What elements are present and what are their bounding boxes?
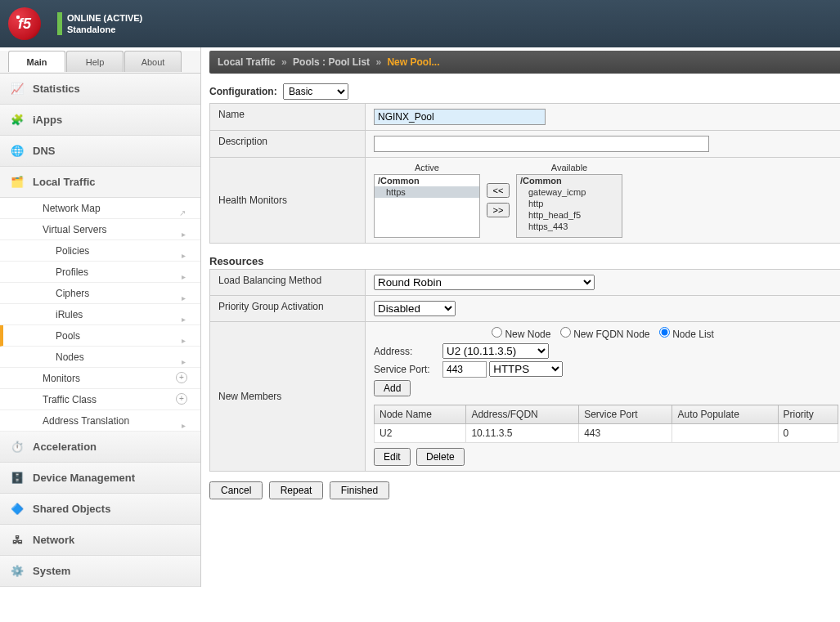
address-select[interactable]: U2 (10.11.3.5) [442,343,549,359]
active-monitors-list[interactable]: /Common https [374,174,480,238]
service-port-input[interactable] [442,361,487,378]
subnav-label: Traffic Class [43,394,97,405]
repeat-button[interactable]: Repeat [269,481,324,499]
list-group: /Common [517,175,622,186]
nav-statistics[interactable]: 📈Statistics [0,74,200,105]
new-node-radio[interactable] [492,327,502,338]
radio-label: New FQDN Node [573,329,649,340]
list-item[interactable]: https [375,186,479,198]
subnav-label: Monitors [43,373,80,384]
list-item[interactable]: http [517,198,622,209]
nav-iapps[interactable]: 🧩iApps [0,105,200,136]
description-label: Description [210,131,366,158]
health-monitors-label: Health Monitors [210,158,366,244]
nav-device-management[interactable]: 🗄️Device Management [0,463,200,494]
cell: 0 [778,424,838,443]
nav-acceleration-label: Acceleration [33,441,97,453]
subnav-nodes[interactable]: Nodes▸ [0,347,200,368]
resources-table: Load Balancing Method Round Robin Priori… [209,269,840,472]
nav-shared-objects[interactable]: 🔷Shared Objects [0,494,200,525]
breadcrumb-current: New Pool... [387,56,439,68]
cell: 10.11.3.5 [466,424,579,443]
table-row[interactable]: U2 10.11.3.5 443 0 [375,424,838,443]
plus-icon[interactable]: + [176,393,187,405]
nav-dns[interactable]: 🌐DNS [0,136,200,167]
move-right-button[interactable]: >> [487,203,510,217]
radio-label: Node List [672,329,714,340]
resources-header: Resources [209,255,840,267]
nav-system[interactable]: ⚙️System [0,556,200,587]
subnav-label: Nodes [56,351,84,363]
subnav-label: Pools [56,330,80,342]
nav-local-traffic[interactable]: 🗂️Local Traffic [0,167,200,198]
breadcrumb-part[interactable]: Pools : Pool List [293,56,370,68]
configuration-select[interactable]: Basic [283,83,348,100]
status-mode: Standalone [67,25,115,34]
subnav-label: Network Map [43,203,101,214]
list-item[interactable]: https_443 [517,221,622,232]
subnav-label: iRules [56,309,83,320]
health-monitor-mover: Active /Common https << >> [374,163,838,238]
subnav-network-map[interactable]: Network Map↗ [0,198,200,219]
nav-network[interactable]: 🖧Network [0,525,200,556]
chevron-right-icon: ▸ [182,415,186,436]
finished-button[interactable]: Finished [330,481,389,499]
description-input[interactable] [374,136,709,152]
list-item[interactable]: http_head_f5 [517,209,622,221]
service-port-label: Service Port: [374,364,442,375]
subnav-policies[interactable]: Policies▸ [0,240,200,262]
breadcrumb-sep: » [281,56,287,68]
move-left-button[interactable]: << [487,183,510,198]
available-monitors-list[interactable]: /Common gateway_icmp http http_head_f5 h… [516,174,622,238]
add-button[interactable]: Add [374,380,411,396]
subnav-profiles[interactable]: Profiles▸ [0,262,200,283]
status-indicator [57,12,62,24]
name-input[interactable] [374,109,546,125]
new-fqdn-node-radio[interactable] [560,327,571,338]
nav-acceleration[interactable]: ⏱️Acceleration [0,432,200,463]
f5-logo: f5 [8,7,41,40]
subnav-irules[interactable]: iRules▸ [0,304,200,325]
cell: U2 [375,424,466,443]
local-traffic-submenu: Network Map↗ Virtual Servers▸ Policies▸ … [0,198,200,432]
subnav-ciphers[interactable]: Ciphers▸ [0,283,200,304]
plus-icon[interactable]: + [176,372,187,383]
nav-system-label: System [33,565,70,577]
apps-icon: 🧩 [8,111,26,129]
delete-button[interactable]: Delete [416,448,465,466]
tab-about[interactable]: About [124,51,182,72]
subnav-pools[interactable]: Pools▸ [0,325,200,347]
col-address: Address/FQDN [466,405,579,424]
priority-group-select[interactable]: Disabled [374,301,456,316]
subnav-label: Ciphers [56,288,89,299]
cell: 443 [579,424,672,443]
priority-group-label: Priority Group Activation [210,296,366,322]
subnav-monitors[interactable]: Monitors+ [0,368,200,389]
subnav-address-translation[interactable]: Address Translation▸ [0,410,200,432]
cancel-button[interactable]: Cancel [209,481,263,499]
status-indicator-2 [57,24,62,35]
active-title: Active [374,163,480,172]
address-label: Address: [374,346,442,357]
name-label: Name [210,104,366,131]
edit-button[interactable]: Edit [374,448,411,466]
subnav-virtual-servers[interactable]: Virtual Servers▸ [0,219,200,240]
tab-help[interactable]: Help [66,51,124,72]
nav-local-traffic-label: Local Traffic [33,176,96,188]
list-item[interactable]: gateway_icmp [517,186,622,198]
col-node-name: Node Name [375,405,466,424]
nav-statistics-label: Statistics [33,83,80,95]
nav-shared-objects-label: Shared Objects [33,503,110,515]
tab-main[interactable]: Main [8,51,65,72]
subnav-traffic-class[interactable]: Traffic Class+ [0,389,200,410]
breadcrumb-part[interactable]: Local Traffic [218,56,276,68]
node-list-radio[interactable] [659,327,670,338]
app-header: f5 ONLINE (ACTIVE) Standalone [0,0,840,47]
node-type-radio-row: New Node New FQDN Node Node List [374,327,838,340]
new-members-label: New Members [210,322,366,472]
service-port-proto-select[interactable]: HTTPS [489,361,563,377]
nav-device-mgmt-label: Device Management [33,472,135,484]
available-title: Available [516,163,622,172]
configuration-label: Configuration: [209,86,277,97]
lb-method-select[interactable]: Round Robin [374,275,595,290]
